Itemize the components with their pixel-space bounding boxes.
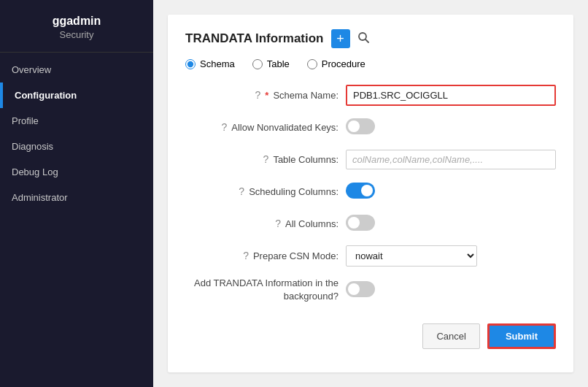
allow-nonvalidated-label: Allow Nonvalidated Keys: [231, 122, 339, 133]
table-columns-help-icon[interactable]: ? [263, 153, 269, 165]
radio-procedure-input[interactable] [307, 59, 317, 69]
schema-name-help-icon[interactable]: ? [255, 89, 261, 101]
scheduling-columns-control [346, 183, 556, 201]
page-title: TRANDATA Information [185, 31, 324, 46]
scheduling-columns-toggle[interactable] [346, 183, 375, 199]
all-columns-row: ? All Columns: [185, 212, 556, 234]
radio-schema[interactable]: Schema [185, 58, 235, 69]
table-columns-label: Table Columns: [273, 154, 339, 165]
search-button[interactable] [357, 31, 369, 46]
allow-nonvalidated-slider [346, 118, 375, 134]
background-toggle[interactable] [346, 281, 375, 297]
sidebar-item-diagnosis[interactable]: Diagnosis [0, 134, 153, 159]
radio-procedure-label: Procedure [322, 58, 365, 69]
all-columns-slider [346, 215, 375, 231]
radio-procedure[interactable]: Procedure [307, 58, 365, 69]
schema-name-input[interactable] [346, 85, 556, 106]
scheduling-columns-slider [346, 183, 375, 199]
title-row: TRANDATA Information + [185, 29, 556, 48]
schema-name-label: Schema Name: [273, 90, 339, 101]
schema-name-row: ? * Schema Name: [185, 84, 556, 106]
svg-line-1 [365, 39, 368, 42]
sidebar-item-profile[interactable]: Profile [0, 108, 153, 134]
table-columns-control [346, 150, 556, 169]
prepare-csn-label: Prepare CSN Mode: [253, 250, 339, 261]
all-columns-control [346, 215, 556, 233]
background-slider [346, 281, 375, 297]
radio-schema-input[interactable] [185, 59, 196, 69]
sidebar-username: ggadmin [12, 15, 142, 28]
prepare-csn-control: nowait wait none [346, 245, 556, 267]
allow-nonvalidated-label-area: ? Allow Nonvalidated Keys: [185, 121, 346, 133]
background-row: Add TRANDATA Information in the backgrou… [185, 277, 556, 303]
prepare-csn-label-area: ? Prepare CSN Mode: [185, 250, 346, 261]
radio-group: Schema Table Procedure [185, 58, 556, 69]
allow-nonvalidated-control [346, 118, 556, 137]
background-label: Add TRANDATA Information in the backgrou… [185, 277, 339, 303]
submit-button[interactable]: Submit [487, 323, 556, 349]
add-button[interactable]: + [331, 29, 350, 48]
sidebar-subtitle: Security [12, 29, 142, 40]
allow-nonvalidated-row: ? Allow Nonvalidated Keys: [185, 116, 556, 138]
table-columns-input[interactable] [346, 150, 556, 169]
all-columns-toggle[interactable] [346, 215, 375, 231]
footer-row: Cancel Submit [185, 316, 556, 349]
background-control [346, 281, 556, 299]
schema-name-label-area: ? * Schema Name: [185, 89, 346, 101]
prepare-csn-row: ? Prepare CSN Mode: nowait wait none [185, 245, 556, 267]
all-columns-label-area: ? All Columns: [185, 218, 346, 229]
form-area: ? * Schema Name: ? Allow Nonvalidated Ke… [185, 84, 556, 303]
scheduling-columns-label: Scheduling Columns: [249, 186, 339, 197]
allow-nonvalidated-help-icon[interactable]: ? [222, 121, 228, 133]
sidebar-divider [0, 52, 153, 53]
sidebar-header: ggadmin Security [0, 0, 153, 47]
radio-table-label: Table [267, 58, 290, 69]
all-columns-label: All Columns: [285, 218, 339, 229]
sidebar-item-configuration[interactable]: Configuration [0, 83, 153, 108]
table-columns-label-area: ? Table Columns: [185, 153, 346, 165]
allow-nonvalidated-toggle[interactable] [346, 118, 375, 134]
scheduling-columns-help-icon[interactable]: ? [239, 185, 244, 197]
sidebar-item-overview[interactable]: Overview [0, 57, 153, 83]
prepare-csn-select[interactable]: nowait wait none [346, 245, 477, 267]
prepare-csn-help-icon[interactable]: ? [243, 250, 249, 261]
sidebar-item-label: Configuration [15, 90, 77, 101]
main-content: TRANDATA Information + Schema Table Pr [168, 15, 573, 372]
main-area: TRANDATA Information + Schema Table Pr [153, 0, 588, 387]
sidebar-item-administrator[interactable]: Administrator [0, 185, 153, 210]
radio-schema-label: Schema [200, 58, 235, 69]
sidebar: ggadmin Security Overview Configuration … [0, 0, 153, 387]
radio-table[interactable]: Table [252, 58, 290, 69]
scheduling-columns-row: ? Scheduling Columns: [185, 180, 556, 202]
background-label-area: Add TRANDATA Information in the backgrou… [185, 277, 346, 303]
scheduling-columns-label-area: ? Scheduling Columns: [185, 185, 346, 197]
cancel-button[interactable]: Cancel [422, 323, 479, 349]
radio-table-input[interactable] [252, 59, 263, 69]
table-columns-row: ? Table Columns: [185, 148, 556, 170]
search-icon [357, 31, 369, 43]
all-columns-help-icon[interactable]: ? [275, 218, 281, 229]
sidebar-item-debug-log[interactable]: Debug Log [0, 159, 153, 185]
schema-name-required: * [265, 90, 268, 101]
schema-name-control [346, 85, 556, 106]
